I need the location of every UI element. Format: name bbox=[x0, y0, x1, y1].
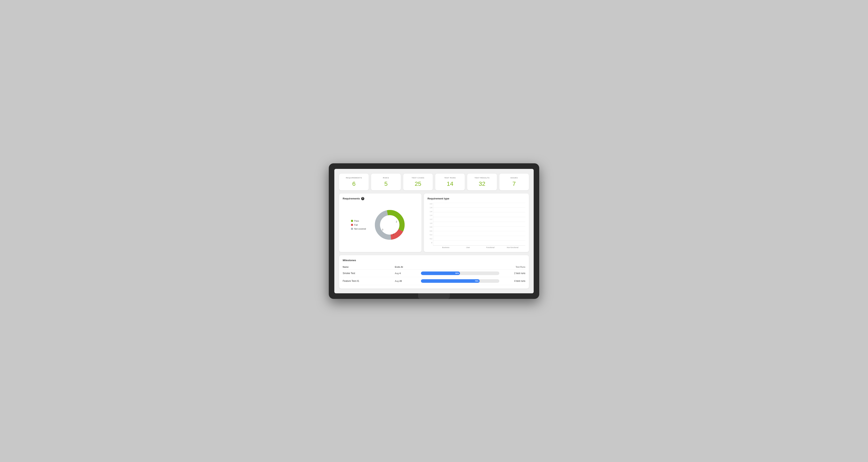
requirement-type-card: Requirement type 0 0.2 0.4 0.6 0.8 1.0 bbox=[424, 194, 529, 252]
bar-chart-inner: 0 0.2 0.4 0.6 0.8 1.0 1.2 1.4 1.6 1.8 2. bbox=[428, 203, 525, 249]
monitor-outer: REQUIREMENTS 6 RISKS 5 TEST CASES 25 TES… bbox=[329, 163, 539, 299]
progress-label-smoke: 50% bbox=[455, 272, 459, 274]
donut-label-fail: 1 bbox=[393, 233, 394, 236]
y-label-20: 2.0 bbox=[428, 203, 433, 205]
y-label-0: 0 bbox=[428, 242, 433, 244]
y-label-16: 1.6 bbox=[428, 210, 433, 212]
milestones-card: Milestones Name Ends At Test Runs Smoke … bbox=[339, 255, 529, 289]
y-label-02: 0.2 bbox=[428, 238, 433, 240]
monitor-stand bbox=[418, 293, 450, 299]
milestone-header: Name Ends At Test Runs bbox=[343, 265, 525, 269]
stat-value-test-results: 32 bbox=[469, 180, 494, 187]
milestone-row-feature-test: Feature Test #1 Aug 20 75% bbox=[343, 277, 525, 285]
donut-label-not-covered: 3 bbox=[382, 228, 383, 231]
legend-dot-fail bbox=[351, 224, 353, 226]
stat-label-issues: ISSUES bbox=[502, 177, 527, 179]
header-name: Name bbox=[343, 266, 395, 268]
legend-label-fail: Fail bbox=[354, 224, 358, 226]
milestone-progress-feature: 75% bbox=[421, 279, 499, 283]
bar-chart-area: 0 0.2 0.4 0.6 0.8 1.0 1.2 1.4 1.6 1.8 2. bbox=[428, 203, 525, 249]
progress-bar-fill-smoke: 50% bbox=[421, 271, 460, 275]
monitor-screen: REQUIREMENTS 6 RISKS 5 TEST CASES 25 TES… bbox=[334, 169, 534, 293]
donut-label-pass: 2 bbox=[396, 221, 397, 223]
donut-area: Pass Fail Not covered bbox=[343, 203, 418, 247]
milestone-table: Name Ends At Test Runs Smoke Test Aug 4 bbox=[343, 265, 525, 285]
header-test-runs: Test Runs bbox=[499, 266, 525, 268]
stat-label-test-results: TEST RESULTS bbox=[469, 177, 494, 179]
ends-at-day-feature: 20 bbox=[399, 280, 402, 282]
milestone-ends-smoke: Aug 4 bbox=[395, 272, 421, 275]
x-label-user: User bbox=[458, 246, 477, 249]
stat-value-risks: 5 bbox=[373, 180, 398, 187]
stat-value-requirements: 6 bbox=[341, 180, 366, 187]
requirement-type-title: Requirement type bbox=[428, 197, 525, 200]
ends-at-day-smoke: 4 bbox=[399, 272, 401, 274]
stat-label-risks: RISKS bbox=[373, 177, 398, 179]
y-label-18: 1.8 bbox=[428, 207, 433, 208]
y-label-04: 0.4 bbox=[428, 234, 433, 236]
y-axis: 0 0.2 0.4 0.6 0.8 1.0 1.2 1.4 1.6 1.8 2. bbox=[428, 203, 433, 249]
legend-label-pass: Pass bbox=[354, 220, 359, 222]
bars-grid bbox=[433, 203, 525, 246]
stat-value-test-runs: 14 bbox=[438, 180, 462, 187]
milestone-ends-feature: Aug 20 bbox=[395, 279, 421, 283]
grid-lines bbox=[433, 203, 525, 245]
milestone-name-feature: Feature Test #1 bbox=[343, 279, 395, 283]
milestone-runs-smoke: 2 test runs bbox=[499, 272, 525, 275]
legend-dot-pass bbox=[351, 220, 353, 222]
stat-label-requirements: REQUIREMENTS bbox=[341, 177, 366, 179]
progress-label-feature: 75% bbox=[475, 280, 478, 282]
ends-at-month-smoke: Aug bbox=[395, 272, 399, 274]
y-label-12: 1.2 bbox=[428, 218, 433, 220]
milestone-progress-smoke: 50% bbox=[421, 271, 499, 275]
stat-label-test-cases: TEST CASES bbox=[406, 177, 430, 179]
charts-row: Requirements ? Pass bbox=[339, 194, 529, 252]
milestone-runs-feature: 4 test runs bbox=[499, 279, 525, 283]
milestone-name-smoke: Smoke Test bbox=[343, 272, 395, 275]
progress-bar-bg-feature: 75% bbox=[421, 279, 499, 283]
monitor-container: REQUIREMENTS 6 RISKS 5 TEST CASES 25 TES… bbox=[329, 163, 539, 299]
bars-area: Business User Functional Non-functional bbox=[433, 203, 525, 249]
stat-card-test-runs[interactable]: TEST RUNS 14 bbox=[435, 174, 465, 190]
x-label-functional: Functional bbox=[481, 246, 500, 249]
stat-card-issues[interactable]: ISSUES 7 bbox=[499, 174, 529, 190]
stats-row: REQUIREMENTS 6 RISKS 5 TEST CASES 25 TES… bbox=[339, 174, 529, 190]
legend-label-not-covered: Not covered bbox=[354, 228, 366, 230]
y-label-14: 1.4 bbox=[428, 214, 433, 216]
x-labels: Business User Functional Non-functional bbox=[433, 246, 525, 249]
stat-value-test-cases: 25 bbox=[406, 180, 430, 187]
legend-fail: Fail bbox=[351, 224, 366, 226]
stat-card-risks[interactable]: RISKS 5 bbox=[371, 174, 401, 190]
progress-bar-fill-feature: 75% bbox=[421, 279, 480, 283]
stat-label-test-runs: TEST RUNS bbox=[438, 177, 462, 179]
progress-bar-bg-smoke: 50% bbox=[421, 271, 499, 275]
requirements-donut-card: Requirements ? Pass bbox=[339, 194, 422, 252]
donut-chart-svg: 2 3 1 bbox=[370, 205, 410, 245]
milestones-title: Milestones bbox=[343, 259, 525, 262]
ends-at-month-feature: Aug bbox=[395, 280, 399, 282]
legend-pass: Pass bbox=[351, 220, 366, 222]
y-label-08: 0.8 bbox=[428, 226, 433, 228]
requirements-chart-title: Requirements ? bbox=[343, 197, 418, 200]
legend-dot-not-covered bbox=[351, 228, 353, 230]
stat-value-issues: 7 bbox=[502, 180, 527, 187]
donut-legend: Pass Fail Not covered bbox=[351, 220, 366, 230]
stat-card-test-results[interactable]: TEST RESULTS 32 bbox=[467, 174, 497, 190]
milestone-row-smoke-test: Smoke Test Aug 4 50% 2 tes bbox=[343, 269, 525, 277]
header-ends-at: Ends At bbox=[395, 266, 421, 268]
x-label-non-functional: Non-functional bbox=[503, 246, 522, 249]
legend-not-covered: Not covered bbox=[351, 228, 366, 230]
help-icon[interactable]: ? bbox=[361, 197, 364, 200]
y-label-06: 0.6 bbox=[428, 230, 433, 232]
x-label-business: Business bbox=[436, 246, 455, 249]
stat-card-requirements[interactable]: REQUIREMENTS 6 bbox=[339, 174, 369, 190]
y-label-10: 1.0 bbox=[428, 222, 433, 224]
stat-card-test-cases[interactable]: TEST CASES 25 bbox=[403, 174, 433, 190]
